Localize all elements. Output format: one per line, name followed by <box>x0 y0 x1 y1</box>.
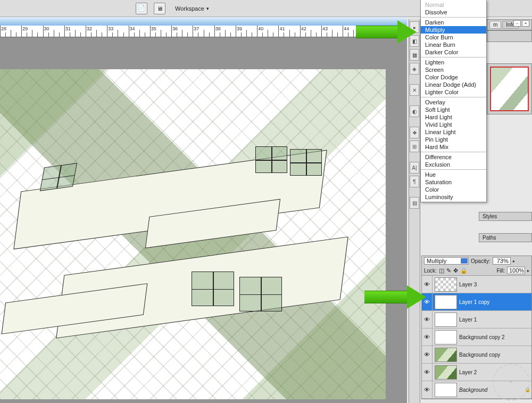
layer-row[interactable]: 👁Background copy 2 <box>422 328 531 346</box>
layer-blend-mode-select[interactable]: Multiply▼ <box>424 257 469 265</box>
tab-paths[interactable]: Paths <box>479 234 531 242</box>
layer-thumbnail[interactable] <box>435 348 457 362</box>
blend-mode-darken[interactable]: Darken <box>421 19 486 26</box>
panel-icon-clone[interactable]: ⊞ <box>410 141 419 152</box>
layer-name: Background copy 2 <box>459 334 531 340</box>
panel-icon-brushes[interactable]: ❖ <box>410 127 419 138</box>
blend-mode-luminosity[interactable]: Luminosity <box>421 193 486 201</box>
layer-blend-mode-value: Multiply <box>427 258 446 264</box>
blend-mode-linear-light[interactable]: Linear Light <box>421 128 486 136</box>
collapsed-panel-strip: ▸ ◧ ▦ ◈ ✕ ◐ ❖ ⊞ A| ¶ ▤ <box>409 19 420 403</box>
document-icon[interactable]: 📄 <box>136 3 147 14</box>
tab-adjustments[interactable]: m <box>489 21 501 29</box>
title-bar-gradient <box>0 17 407 26</box>
character-icon[interactable]: A| <box>410 162 419 174</box>
blend-mode-normal[interactable]: Normal <box>421 1 486 9</box>
layer-thumbnail[interactable] <box>435 277 457 292</box>
panel-icon-masks[interactable]: ◐ <box>410 105 419 117</box>
layer-thumbnail[interactable] <box>435 312 457 327</box>
navigator-panel-header: m Info – × <box>487 19 532 30</box>
layer-thumbnail[interactable] <box>435 383 457 397</box>
blend-mode-linear-burn[interactable]: Linear Burn <box>421 41 486 48</box>
layer-name: Layer 1 <box>459 317 531 323</box>
lock-position-icon[interactable]: ✥ <box>453 267 458 274</box>
blend-mode-color[interactable]: Color <box>421 186 486 193</box>
blend-mode-linear-dodge-add-[interactable]: Linear Dodge (Add) <box>421 81 486 88</box>
lock-label: Lock: <box>424 268 437 274</box>
blend-mode-vivid-light[interactable]: Vivid Light <box>421 121 486 128</box>
layer-blend-row: Multiply▼ Opacity: 73% ▸ <box>422 256 531 266</box>
layer-row[interactable]: 👁Layer 1 copy <box>422 293 531 311</box>
lock-transparent-icon[interactable]: ◫ <box>439 267 444 274</box>
blend-mode-hard-light[interactable]: Hard Light <box>421 113 486 121</box>
fill-value[interactable]: 100% <box>507 267 525 274</box>
navigator-thumbnail-panel <box>487 63 532 114</box>
navigator-panel-body <box>487 30 532 42</box>
panel-icon-styles[interactable]: ◈ <box>410 63 419 75</box>
paths-panel: Paths <box>479 233 532 242</box>
blend-mode-pin-light[interactable]: Pin Light <box>421 136 486 143</box>
workspace-label: Workspace <box>175 5 204 12</box>
layer-thumbnail[interactable] <box>435 330 457 344</box>
panel-icon-adjustments[interactable]: ✕ <box>410 84 419 96</box>
panel-icon-swatches[interactable]: ▦ <box>410 49 419 61</box>
visibility-toggle-icon[interactable]: 👁 <box>422 311 433 328</box>
blend-mode-saturation[interactable]: Saturation <box>421 178 486 186</box>
blend-mode-exclusion[interactable]: Exclusion <box>421 161 486 168</box>
blend-mode-dissolve[interactable]: Dissolve <box>421 9 486 16</box>
visibility-toggle-icon[interactable]: 👁 <box>422 346 433 363</box>
blend-mode-hue[interactable]: Hue <box>421 171 486 178</box>
blend-mode-multiply[interactable]: Multiply <box>421 26 486 34</box>
tab-styles[interactable]: Styles <box>479 212 531 220</box>
blend-mode-hard-mix[interactable]: Hard Mix <box>421 143 486 151</box>
blend-mode-overlay[interactable]: Overlay <box>421 98 486 106</box>
layer-row[interactable]: 👁Background copy <box>422 346 531 364</box>
layer-row[interactable]: 👁Layer 1 <box>422 311 531 328</box>
close-button[interactable]: × <box>522 20 529 27</box>
navigator-thumbnail[interactable] <box>490 67 529 111</box>
styles-panel: Styles <box>479 212 532 221</box>
blend-mode-difference[interactable]: Difference <box>421 153 486 161</box>
lock-image-icon[interactable]: ✎ <box>446 267 451 274</box>
visibility-toggle-icon[interactable]: 👁 <box>422 381 433 398</box>
lock-all-icon[interactable]: 🔒 <box>460 267 468 274</box>
visibility-toggle-icon[interactable]: 👁 <box>422 364 433 381</box>
layer-name: Background copy <box>459 352 531 358</box>
opacity-label: Opacity: <box>471 258 491 264</box>
blend-mode-soft-light[interactable]: Soft Light <box>421 106 486 113</box>
layer-thumbnail[interactable] <box>435 295 457 309</box>
opacity-value[interactable]: 73% <box>493 257 511 265</box>
layer-lock-row: Lock: ◫ ✎ ✥ 🔒 Fill: 100% ▸ <box>422 266 531 275</box>
layer-thumbnail[interactable] <box>435 365 457 380</box>
layer-row[interactable]: 👁Layer 3 <box>422 276 531 293</box>
layer-name: Layer 3 <box>459 282 531 287</box>
blend-mode-lighten[interactable]: Lighten <box>421 59 486 66</box>
minimize-button[interactable]: – <box>513 20 521 27</box>
blend-mode-color-burn[interactable]: Color Burn <box>421 34 486 41</box>
document-canvas[interactable] <box>0 69 386 399</box>
blend-mode-color-dodge[interactable]: Color Dodge <box>421 73 486 81</box>
panel-icon-notes[interactable]: ▤ <box>410 197 419 209</box>
screen-mode-icon[interactable]: 🖥 <box>154 3 165 14</box>
blend-mode-dropdown[interactable]: NormalDissolveDarkenMultiplyColor BurnLi… <box>420 0 487 202</box>
workspace-menu[interactable]: Workspace <box>172 4 212 13</box>
blend-mode-lighter-color[interactable]: Lighter Color <box>421 88 486 96</box>
blend-mode-screen[interactable]: Screen <box>421 66 486 73</box>
fill-label: Fill: <box>496 268 505 274</box>
layer-name: Layer 1 copy <box>459 299 531 305</box>
blend-mode-darker-color[interactable]: Darker Color <box>421 48 486 56</box>
paragraph-icon[interactable]: ¶ <box>410 176 419 187</box>
visibility-toggle-icon[interactable]: 👁 <box>422 328 433 346</box>
canvas-background <box>0 37 407 403</box>
horizontal-ruler <box>0 26 407 37</box>
